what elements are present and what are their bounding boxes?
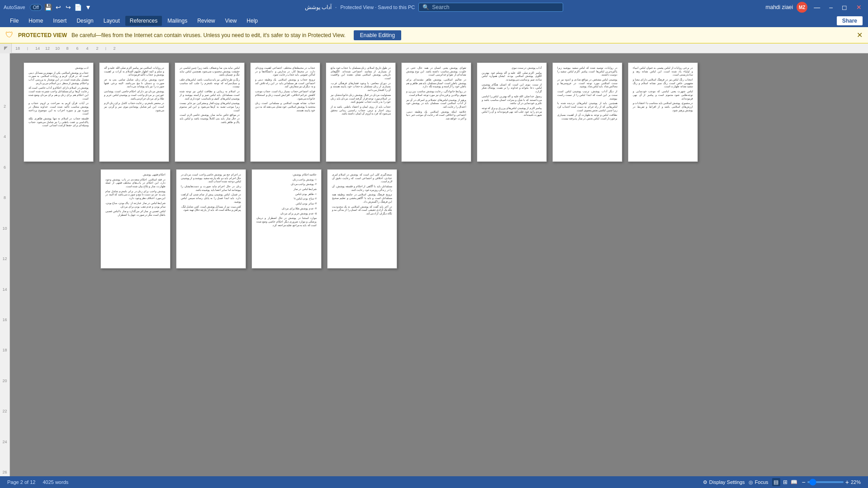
- redo-icon[interactable]: ↪: [65, 4, 72, 11]
- menu-references[interactable]: References: [125, 16, 162, 26]
- margin-num-6: 6: [0, 163, 9, 171]
- display-settings-button[interactable]: ⚙ Display Settings: [703, 479, 745, 485]
- doc-page-11[interactable]: در احرام حج نیز پوشش خاصی واجب است. مردا…: [176, 169, 246, 269]
- ruler-mark: 8: [62, 46, 72, 51]
- ruler: 18 | 14 12 10 8 6 4 2 | 2: [0, 43, 868, 53]
- search-bar[interactable]: 🔍: [418, 3, 563, 12]
- close-protected-bar-button[interactable]: ✕: [857, 31, 863, 39]
- restore-btn[interactable]: ◻: [839, 3, 850, 12]
- page-content-12: خلاصه احکام پوشش: ۱- پوشش واجب زنان ۲- پ…: [252, 170, 321, 232]
- page-indicator: Page 2 of 12: [7, 479, 35, 485]
- page-content-10: احکام فقهی پوشش در فقه اسلامی احکام متعد…: [101, 170, 170, 222]
- status-left: Page 2 of 12 4025 words: [7, 479, 68, 485]
- title-center: آداب پوشش · Protected View · Saved to th…: [219, 3, 650, 12]
- title-bar: AutoSave Off 💾 ↩ ↪ 📄 ▼ آداب پوشش · Prote…: [0, 0, 868, 14]
- status-bar: Page 2 of 12 4025 words ⚙ Display Settin…: [0, 476, 868, 488]
- protected-view-bar: 🛡 PROTECTED VIEW Be careful—files from t…: [0, 27, 868, 43]
- ribbon-display-btn[interactable]: ―: [811, 3, 823, 12]
- margin-num-18: 18: [0, 346, 9, 354]
- menu-view[interactable]: View: [221, 16, 242, 26]
- web-layout-view-button[interactable]: ⊞: [781, 478, 789, 486]
- page-content-8: در روایات، توصیه شده که لباس سفید بپوشید…: [553, 63, 622, 126]
- shield-icon: 🛡: [5, 30, 14, 40]
- undo-icon[interactable]: ↩: [55, 4, 62, 11]
- autosave-toggle[interactable]: Off: [30, 4, 42, 11]
- doc-page-7[interactable]: آداب پوشش در سنت نبوی پیامبر اکرم صلی ال…: [477, 62, 547, 162]
- page-content-1: ادب پوشش حجاب و پوشش اسلامی یکی از مهمتر…: [24, 63, 93, 133]
- page-content-6: تقوای پوشش یعنی انسان در همه حال، حتی در…: [402, 63, 471, 126]
- minimize-btn[interactable]: –: [826, 3, 835, 12]
- margin-num-26: 26: [0, 469, 9, 476]
- ruler-mark: 6: [72, 46, 82, 51]
- menu-mailings[interactable]: Mailings: [163, 16, 192, 26]
- zoom-slider[interactable]: [807, 481, 844, 483]
- enable-editing-button[interactable]: Enable Editing: [354, 30, 401, 40]
- save-icon[interactable]: 💾: [45, 4, 52, 11]
- menu-review[interactable]: Review: [193, 16, 219, 26]
- doc-page-13[interactable]: نتیجه‌گیری کلی این است که پوشش در اسلام …: [327, 169, 397, 269]
- page-content-9: در برخی روایات از لباس پشمی به عنوان لبا…: [628, 63, 697, 117]
- read-mode-view-button[interactable]: 📖: [790, 478, 798, 486]
- ruler-marks: 18 | 14 12 10 8 6 4 2 | 2: [13, 46, 119, 51]
- page-row-1: ادب پوشش حجاب و پوشش اسلامی یکی از مهمتر…: [24, 62, 859, 162]
- ruler-mark: 18: [13, 46, 23, 51]
- doc-page-4[interactable]: حجاب در محیط‌های مختلف اجتماعی اهمیت ویژ…: [250, 62, 320, 162]
- doc-page-12[interactable]: خلاصه احکام پوشش: ۱- پوشش واجب زنان ۲- پ…: [251, 169, 322, 269]
- status-right: ⚙ Display Settings ◎ Focus ▤ ⊞ 📖 − + 22%: [703, 478, 861, 486]
- margin-num-2: 2: [0, 102, 9, 110]
- doc-page-9[interactable]: در برخی روایات از لباس پشمی به عنوان لبا…: [628, 62, 698, 162]
- ruler-mark: 2: [109, 46, 119, 51]
- zoom-level: 22%: [851, 479, 861, 485]
- doc-page-2[interactable]: در روایات اسلامی نیز پیامبر اکرم صلی الل…: [99, 62, 169, 162]
- menu-layout[interactable]: Layout: [99, 16, 124, 26]
- page-content-13: نتیجه‌گیری کلی این است که پوشش در اسلام …: [327, 170, 397, 221]
- search-icon: 🔍: [422, 4, 429, 10]
- user-name: mahdi ziaei: [766, 4, 793, 10]
- menu-file[interactable]: File: [5, 16, 23, 26]
- ruler-mark: |: [23, 47, 33, 50]
- close-btn[interactable]: ✕: [854, 3, 864, 12]
- ruler-corner: [0, 43, 12, 53]
- menu-design[interactable]: Design: [72, 16, 98, 26]
- search-input[interactable]: [432, 4, 550, 10]
- focus-label: Focus: [755, 479, 768, 485]
- display-settings-icon: ⚙: [703, 479, 707, 485]
- title-bar-right: mahdi ziaei MZ ― – ◻ ✕: [649, 2, 864, 13]
- share-button[interactable]: Share: [837, 16, 863, 25]
- page-content-3: لباس نباید بدن نما و شفاف باشد زیرا چنین…: [175, 63, 244, 129]
- zoom-out-button[interactable]: −: [802, 479, 806, 486]
- doc-page-3[interactable]: لباس نباید بدن نما و شفاف باشد زیرا چنین…: [175, 62, 245, 162]
- zoom-in-button[interactable]: +: [845, 479, 849, 486]
- doc-title: آداب پوشش: [305, 4, 332, 10]
- title-bar-left: AutoSave Off 💾 ↩ ↪ 📄 ▼: [4, 4, 219, 11]
- ruler-mark: |: [102, 47, 109, 50]
- doc-page-5[interactable]: در طول تاریخ اسلام، زنان مسلمان با حجاب …: [326, 62, 396, 162]
- menu-help[interactable]: Help: [242, 16, 262, 26]
- protected-view-title: PROTECTED VIEW: [18, 32, 67, 38]
- ruler-mark: 4: [82, 46, 92, 51]
- user-avatar: MZ: [797, 2, 807, 13]
- new-doc-icon[interactable]: 📄: [75, 4, 82, 11]
- doc-page-8[interactable]: در روایات، توصیه شده که لباس سفید بپوشید…: [552, 62, 622, 162]
- ruler-mark: 10: [52, 46, 62, 51]
- doc-page-10[interactable]: احکام فقهی پوشش در فقه اسلامی احکام متعد…: [100, 169, 171, 269]
- page-row-2: احکام فقهی پوشش در فقه اسلامی احکام متعد…: [100, 169, 859, 269]
- margin-num-10: 10: [0, 224, 9, 232]
- doc-page-6[interactable]: تقوای پوشش یعنی انسان در همه حال، حتی در…: [401, 62, 471, 162]
- left-margin: 2 4 6 8 10 12 14 16 18 20 22 24 26: [0, 53, 10, 476]
- menu-insert[interactable]: Insert: [48, 16, 71, 26]
- menu-home[interactable]: Home: [24, 16, 47, 26]
- focus-icon: ◎: [749, 479, 753, 485]
- document-canvas[interactable]: ادب پوشش حجاب و پوشش اسلامی یکی از مهمتر…: [10, 53, 868, 476]
- menu-bar: File Home Insert Design Layout Reference…: [0, 14, 868, 27]
- display-settings-label: Display Settings: [709, 479, 745, 485]
- focus-button[interactable]: ◎ Focus: [749, 479, 768, 485]
- margin-num-8: 8: [0, 194, 9, 201]
- customize-icon[interactable]: ▼: [85, 4, 92, 11]
- main-area: 2 4 6 8 10 12 14 16 18 20 22 24 26 ادب پ…: [0, 53, 868, 476]
- print-layout-view-button[interactable]: ▤: [772, 478, 780, 486]
- page-content-5: در طول تاریخ اسلام، زنان مسلمان با حجاب …: [326, 63, 395, 121]
- margin-num-12: 12: [0, 255, 9, 262]
- doc-page-1[interactable]: ادب پوشش حجاب و پوشش اسلامی یکی از مهمتر…: [24, 62, 94, 162]
- ruler-mark: 12: [43, 46, 52, 51]
